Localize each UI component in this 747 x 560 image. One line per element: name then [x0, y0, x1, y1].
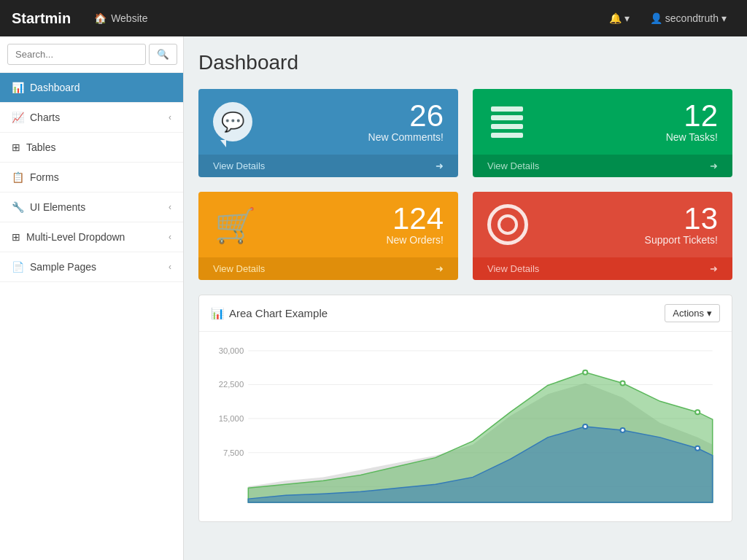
- chart-title: 📊 Area Chart Example: [211, 307, 328, 320]
- widget-body-tickets: 13 Support Tickets!: [473, 192, 732, 257]
- svg-text:15,000: 15,000: [219, 414, 244, 423]
- widget-footer-tasks[interactable]: View Details ➜: [473, 155, 732, 177]
- view-details-comments: View Details: [213, 160, 265, 171]
- tasks-bar-2: [491, 115, 523, 120]
- bell-menu[interactable]: 🔔 ▾: [600, 12, 638, 24]
- sidebar-item-sample-pages[interactable]: 📄 Sample Pages ‹: [0, 252, 183, 282]
- chevron-left-icon-ui: ‹: [169, 202, 171, 212]
- svg-point-14: [695, 410, 700, 414]
- sidebar-label-forms: Forms: [30, 171, 59, 183]
- main-content: Dashboard 💬 26 New Comments! View Detail…: [184, 36, 747, 560]
- chart-body: 30,000 22,500 15,000 7,500: [199, 332, 732, 521]
- multi-icon: ⊞: [12, 231, 20, 243]
- page-title: Dashboard: [198, 51, 732, 74]
- user-caret: ▾: [721, 12, 727, 24]
- sidebar-label-ui: UI Elements: [30, 201, 85, 213]
- support-icon: [487, 204, 528, 245]
- sidebar-label-dashboard: Dashboard: [30, 82, 80, 93]
- svg-point-13: [620, 381, 624, 386]
- chart-header: 📊 Area Chart Example Actions ▾: [199, 295, 732, 332]
- chart-title-text: Area Chart Example: [229, 307, 328, 319]
- widget-label-orders: New Orders!: [268, 234, 444, 246]
- chevron-left-icon: ‹: [169, 112, 171, 122]
- arrow-right-icon-orders: ➜: [436, 263, 444, 274]
- sidebar-item-forms[interactable]: 📋 Forms: [0, 163, 183, 192]
- widget-number-orders: 124: [268, 203, 444, 234]
- widget-body-tasks: 12 New Tasks!: [473, 89, 732, 155]
- actions-caret-icon: ▾: [707, 308, 712, 319]
- tables-icon: ⊞: [12, 141, 20, 153]
- sidebar-item-tables[interactable]: ⊞ Tables: [0, 133, 183, 163]
- arrow-right-icon-tickets: ➜: [710, 263, 718, 274]
- pages-icon: 📄: [12, 261, 24, 273]
- chart-panel: 📊 Area Chart Example Actions ▾: [198, 295, 732, 522]
- svg-point-16: [620, 428, 624, 432]
- tasks-bar-3: [491, 124, 523, 129]
- sidebar-item-dashboard[interactable]: 📊 Dashboard: [0, 73, 183, 103]
- nav-website-label: Website: [111, 12, 147, 24]
- cart-icon: 🛒: [213, 203, 257, 246]
- widget-label-tickets: Support Tickets!: [540, 234, 718, 246]
- sidebar-item-ui-elements[interactable]: 🔧 UI Elements ‹: [0, 192, 183, 222]
- widget-label-comments: New Comments!: [264, 131, 444, 143]
- widget-footer-orders[interactable]: View Details ➜: [198, 257, 458, 280]
- sidebar-label-charts: Charts: [30, 112, 60, 123]
- sidebar: 🔍 📊 Dashboard 📈 Charts ‹ ⊞ Tables �: [0, 36, 184, 560]
- chevron-left-icon-multi: ‹: [169, 232, 171, 242]
- arrow-right-icon-comments: ➜: [436, 160, 444, 171]
- arrow-right-icon-tasks: ➜: [710, 160, 718, 171]
- svg-point-15: [583, 424, 587, 429]
- actions-button[interactable]: Actions ▾: [665, 304, 720, 322]
- widgets-row-1: 💬 26 New Comments! View Details ➜: [198, 89, 732, 177]
- widget-number-tickets: 13: [540, 203, 718, 234]
- svg-text:30,000: 30,000: [219, 346, 244, 355]
- sidebar-label-pages: Sample Pages: [30, 261, 96, 273]
- tasks-icon: [487, 102, 527, 141]
- sidebar-item-multi-level[interactable]: ⊞ Multi-Level Dropdown ‹: [0, 222, 183, 252]
- brand-logo[interactable]: Startmin: [12, 10, 71, 27]
- bell-caret: ▾: [624, 12, 630, 24]
- view-details-tasks: View Details: [487, 160, 539, 171]
- view-details-tickets: View Details: [487, 263, 539, 274]
- search-input[interactable]: [7, 44, 146, 65]
- user-menu[interactable]: 👤 secondtruth ▾: [641, 12, 735, 24]
- widget-footer-tickets[interactable]: View Details ➜: [473, 257, 732, 280]
- sidebar-label-tables: Tables: [26, 141, 55, 153]
- bar-chart-icon: 📊: [211, 307, 225, 320]
- svg-text:22,500: 22,500: [219, 381, 244, 389]
- widget-info-orders: 124 New Orders!: [268, 203, 444, 246]
- widget-comments: 💬 26 New Comments! View Details ➜: [198, 89, 458, 177]
- forms-icon: 📋: [12, 171, 24, 183]
- widget-info-tasks: 12 New Tasks!: [538, 101, 718, 143]
- search-icon: 🔍: [157, 49, 169, 60]
- dashboard-icon: 📊: [12, 82, 24, 93]
- user-name: secondtruth: [665, 12, 719, 24]
- view-details-orders: View Details: [213, 263, 265, 274]
- tasks-bar-1: [491, 106, 523, 112]
- widget-orders: 🛒 124 New Orders! View Details ➜: [198, 192, 458, 280]
- widget-body-orders: 🛒 124 New Orders!: [198, 192, 458, 257]
- svg-point-12: [583, 370, 587, 375]
- charts-icon: 📈: [12, 112, 24, 123]
- widget-body-comments: 💬 26 New Comments!: [198, 89, 458, 155]
- widget-number-tasks: 12: [538, 101, 718, 131]
- sidebar-label-multi: Multi-Level Dropdown: [26, 231, 125, 243]
- chat-bubble-icon: 💬: [213, 102, 252, 141]
- ui-icon: 🔧: [12, 201, 24, 213]
- nav-left: 🏠 Website: [85, 12, 600, 24]
- chevron-left-icon-pages: ‹: [169, 262, 171, 272]
- widget-tasks: 12 New Tasks! View Details ➜: [473, 89, 732, 177]
- search-button[interactable]: 🔍: [149, 44, 177, 65]
- navbar: Startmin 🏠 Website 🔔 ▾ 👤 secondtruth ▾: [0, 0, 747, 36]
- sidebar-item-charts[interactable]: 📈 Charts ‹: [0, 103, 183, 133]
- widget-footer-comments[interactable]: View Details ➜: [198, 155, 458, 177]
- widget-info-tickets: 13 Support Tickets!: [540, 203, 718, 246]
- actions-label: Actions: [673, 308, 704, 319]
- svg-text:7,500: 7,500: [223, 448, 244, 457]
- nav-website-link[interactable]: 🏠 Website: [85, 12, 156, 24]
- widget-label-tasks: New Tasks!: [538, 131, 718, 143]
- comment-icon: 💬: [221, 112, 244, 131]
- svg-point-17: [695, 446, 700, 451]
- layout: 🔍 📊 Dashboard 📈 Charts ‹ ⊞ Tables �: [0, 36, 747, 560]
- widget-number-comments: 26: [264, 101, 444, 131]
